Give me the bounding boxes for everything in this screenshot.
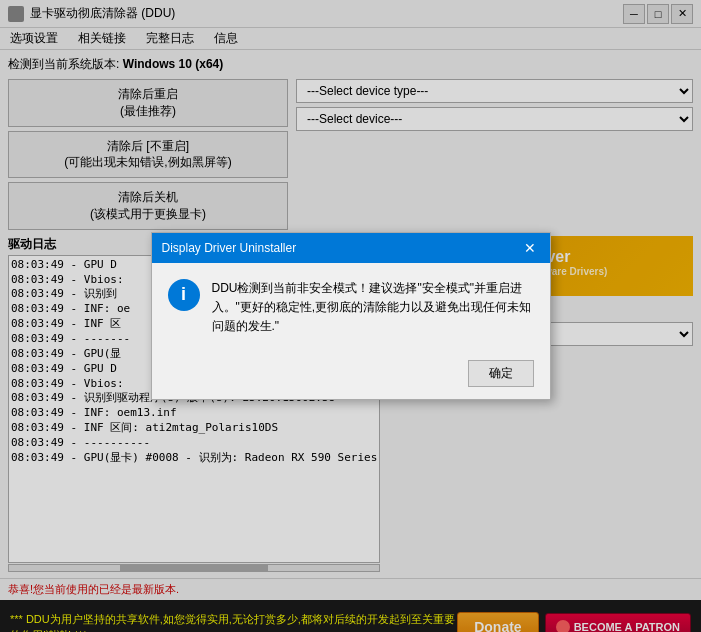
dialog-ok-button[interactable]: 确定: [468, 360, 534, 387]
dialog-body: i DDU检测到当前非安全模式！建议选择"安全模式"并重启进入。"更好的稳定性,…: [152, 263, 550, 353]
dialog-close-button[interactable]: ✕: [520, 238, 540, 258]
dialog-box: Display Driver Uninstaller ✕ i DDU检测到当前非…: [151, 232, 551, 401]
dialog-overlay: Display Driver Uninstaller ✕ i DDU检测到当前非…: [0, 0, 701, 632]
dialog-titlebar: Display Driver Uninstaller ✕: [152, 233, 550, 263]
dialog-footer: 确定: [152, 352, 550, 399]
dialog-message: DDU检测到当前非安全模式！建议选择"安全模式"并重启进入。"更好的稳定性,更彻…: [212, 279, 534, 337]
dialog-info-icon: i: [168, 279, 200, 311]
dialog-title: Display Driver Uninstaller: [162, 241, 297, 255]
